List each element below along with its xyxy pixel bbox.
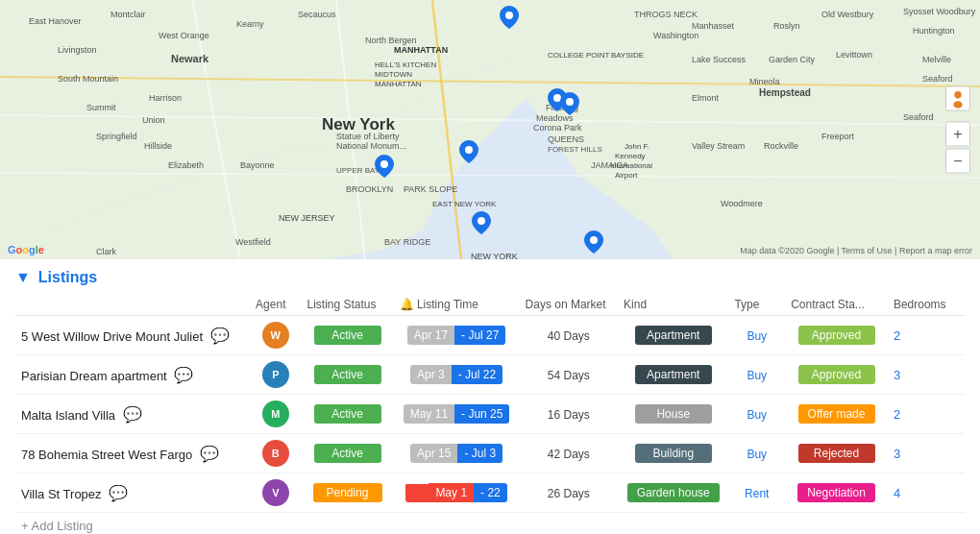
table-header-row: Agent Listing Status 🔔 Listing Time Days… (15, 294, 965, 316)
svg-point-76 (566, 98, 574, 106)
type-link[interactable]: Buy (747, 329, 767, 343)
svg-text:THROGS NECK: THROGS NECK (634, 10, 698, 19)
time-start: Apr 17 (407, 326, 454, 345)
status-badge: Active (314, 404, 381, 424)
comment-icon[interactable]: 💬 (109, 485, 128, 501)
svg-text:North Bergen: North Bergen (365, 36, 417, 45)
comment-icon[interactable]: 💬 (200, 446, 219, 462)
svg-text:Bayonne: Bayonne (240, 160, 275, 170)
google-logo: Google (8, 244, 44, 255)
kind-badge: Building (635, 444, 712, 463)
svg-text:MANHATTAN: MANHATTAN (394, 45, 448, 55)
svg-text:Meadows: Meadows (536, 113, 574, 123)
time-end: - Jul 22 (452, 365, 502, 384)
col-listing-header (15, 294, 250, 316)
svg-text:COLLEGE POINT: COLLEGE POINT (548, 51, 610, 60)
type-link[interactable]: Buy (747, 408, 767, 422)
svg-text:Kearny: Kearny (236, 19, 264, 29)
svg-text:EAST NEW YORK: EAST NEW YORK (432, 200, 497, 208)
svg-text:Levittown: Levittown (836, 50, 872, 60)
svg-text:John F.: John F. (625, 142, 649, 151)
time-end: - Jul 3 (457, 444, 502, 463)
table-row[interactable]: 78 Bohemia Street West Fargo 💬BActive Ap… (15, 434, 965, 473)
listings-body: 5 West Willow Drive Mount Juliet 💬WActiv… (15, 316, 965, 513)
svg-text:Manhasset: Manhasset (692, 21, 735, 31)
street-view-icon[interactable] (945, 86, 970, 111)
map-svg: East Hanover Montclair West Orange Livin… (0, 0, 980, 259)
svg-text:MANHATTAN: MANHATTAN (375, 80, 422, 88)
table-row[interactable]: Parisian Dream apartment 💬PActive Apr 3 … (15, 355, 965, 395)
col-agent-header: Agent (250, 294, 301, 316)
time-badge: Apr 3 - Jul 22 (410, 365, 502, 384)
svg-text:Mineola: Mineola (749, 77, 780, 86)
zoom-in-button[interactable]: + (945, 122, 970, 147)
time-end: - Jun 25 (454, 404, 509, 424)
map-attribution: Map data ©2020 Google | Terms of Use | R… (740, 246, 972, 255)
agent-avatar: W (262, 322, 289, 349)
svg-text:BROOKLYN: BROOKLYN (346, 184, 393, 194)
status-badge: Active (314, 326, 381, 345)
table-row[interactable]: 5 West Willow Drive Mount Juliet 💬WActiv… (15, 316, 965, 355)
svg-text:Harrison: Harrison (149, 93, 182, 103)
time-badge: Apr 15 - Jul 3 (410, 444, 502, 463)
svg-text:UPPER BAY: UPPER BAY (336, 166, 380, 175)
svg-text:Westfield: Westfield (235, 237, 271, 247)
svg-text:Garden City: Garden City (769, 55, 816, 64)
svg-text:New York: New York (322, 115, 395, 134)
svg-text:International: International (610, 161, 652, 170)
listings-collapse-icon[interactable]: ▼ (15, 269, 31, 286)
svg-point-74 (505, 12, 513, 19)
listing-name: Malta Island Villa (21, 408, 115, 423)
svg-text:Kennedy: Kennedy (615, 152, 646, 160)
listing-name: Villa St Tropez (21, 487, 102, 501)
svg-text:Elmont: Elmont (692, 93, 720, 103)
svg-text:Old Westbury: Old Westbury (821, 10, 874, 19)
svg-text:Summit: Summit (86, 103, 116, 112)
table-row[interactable]: Villa St Tropez 💬VPending ❗ May 1 - 22 2… (15, 473, 965, 513)
svg-text:Valley Stream: Valley Stream (692, 141, 745, 151)
time-end: - Jul 27 (454, 326, 505, 345)
svg-text:Union: Union (142, 115, 165, 125)
agent-avatar: B (262, 440, 289, 467)
svg-text:South Mountain: South Mountain (58, 74, 118, 84)
status-badge: Active (314, 444, 381, 463)
bedrooms-value: 3 (894, 368, 900, 382)
col-kind-header: Kind (618, 294, 728, 316)
col-bedrooms-header: Bedrooms (888, 294, 965, 316)
comment-icon[interactable]: 💬 (210, 328, 230, 344)
svg-point-77 (465, 146, 473, 154)
time-badge: ❗ May 1 - 22 (405, 483, 506, 502)
col-time-header: 🔔 Listing Time (394, 294, 520, 316)
map-container: East Hanover Montclair West Orange Livin… (0, 0, 980, 259)
agent-avatar: M (262, 400, 289, 427)
zoom-out-button[interactable]: − (945, 149, 970, 174)
svg-text:Lake Success: Lake Success (692, 55, 747, 64)
svg-text:Rockville: Rockville (764, 141, 798, 151)
listings-header: ▼ Listings (15, 269, 965, 286)
time-start: May 1 (429, 483, 474, 502)
table-row[interactable]: Malta Island Villa 💬MActive May 11 - Jun… (15, 395, 965, 434)
contract-badge: Negotiation (797, 483, 875, 502)
svg-text:HELL'S KITCHEN: HELL'S KITCHEN (375, 61, 436, 69)
svg-text:Syosset Woodbury: Syosset Woodbury (903, 7, 976, 16)
type-link[interactable]: Buy (747, 369, 767, 382)
kind-badge: House (635, 404, 712, 424)
time-end: - 22 (474, 483, 507, 502)
col-days-header: Days on Market (520, 294, 619, 316)
comment-icon[interactable]: 💬 (174, 367, 193, 383)
contract-badge: Approved (798, 365, 875, 384)
type-link[interactable]: Buy (747, 448, 767, 461)
svg-text:Huntington: Huntington (913, 26, 955, 36)
time-start: Apr 15 (410, 444, 457, 463)
add-listing-button[interactable]: + Add Listing (15, 513, 965, 534)
col-type-header: Type (728, 294, 785, 316)
bedrooms-value: 2 (894, 407, 900, 422)
svg-text:Woodmere: Woodmere (721, 199, 763, 208)
svg-text:Airport: Airport (615, 171, 638, 180)
comment-icon[interactable]: 💬 (123, 406, 142, 423)
kind-badge: Apartment (635, 326, 712, 345)
type-link[interactable]: Rent (745, 487, 769, 500)
svg-text:Hillside: Hillside (144, 141, 172, 151)
svg-point-80 (590, 236, 598, 244)
contract-badge: Offer made (798, 404, 875, 424)
